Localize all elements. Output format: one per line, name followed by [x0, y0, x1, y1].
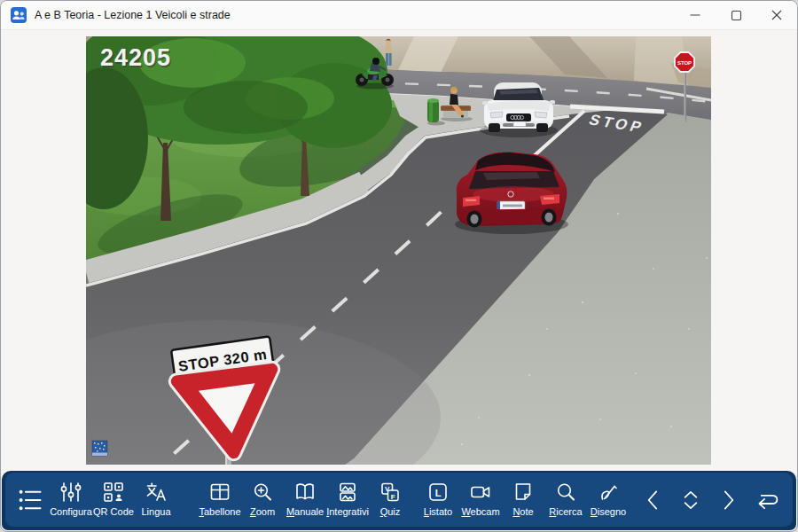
toolbar-item-zoom[interactable]: Zoom: [241, 473, 284, 527]
toolbar-prev-button[interactable]: [635, 473, 672, 527]
app-window: A e B Teoria - Lezione 1 Veicoli e strad…: [0, 0, 798, 532]
magnifier-icon: [554, 481, 577, 504]
table-grid-icon: [208, 481, 231, 504]
toolbar-menu-button[interactable]: [11, 473, 50, 527]
toolbar-up-down-button[interactable]: [672, 473, 709, 527]
maximize-icon: [731, 10, 742, 21]
toolbar-item-label: Lingua: [141, 506, 170, 517]
svg-text:L: L: [435, 488, 442, 498]
sliders-icon: [59, 481, 82, 504]
menu-list-icon: [17, 487, 43, 513]
toolbar-item-manuale[interactable]: Manuale: [284, 473, 326, 527]
toolbar-item-note[interactable]: Note: [502, 473, 544, 527]
toolbar-return-button[interactable]: [747, 473, 787, 527]
toolbar-spacer: [177, 473, 199, 527]
titlebar: A e B Teoria - Lezione 1 Veicoli e strad…: [1, 1, 797, 30]
image-number: 24205 24205: [100, 44, 173, 73]
toolbar-item-label: Webcam: [461, 506, 499, 517]
window-title: A e B Teoria - Lezione 1 Veicoli e strad…: [35, 9, 231, 21]
window-controls: [675, 1, 797, 29]
toolbar-item-label: Zoom: [250, 506, 275, 517]
people-icon: [11, 7, 27, 23]
image-number-text: 24205: [100, 44, 171, 71]
stacked-images-icon: [336, 481, 359, 504]
magnifier-plus-icon: [251, 481, 274, 504]
toolbar-item-integrativi[interactable]: Integrativi: [326, 473, 369, 527]
toolbar-next-button[interactable]: [709, 473, 747, 527]
toolbar-item-label: Manuale: [286, 506, 324, 517]
chevron-right-icon: [715, 487, 741, 513]
toolbar-item-listato[interactable]: L Listato: [417, 473, 459, 527]
toolbar-item-webcam[interactable]: Webcam: [459, 473, 502, 527]
toolbar-item-label: Ricerca: [549, 506, 582, 517]
close-button[interactable]: [756, 1, 797, 29]
toolbar-item-lingua[interactable]: Lingua: [135, 473, 177, 527]
note-icon: [512, 481, 535, 504]
l-badge-icon: L: [426, 481, 450, 504]
return-arrow-icon: [753, 486, 781, 514]
open-book-icon: [293, 481, 317, 504]
toolbar-item-disegno[interactable]: Disegno: [587, 473, 630, 527]
toolbar-item-label: Quiz: [380, 506, 401, 517]
vf-keys-icon: V F: [379, 481, 402, 504]
chevron-left-icon: [640, 487, 667, 513]
toolbar-item-label: Configura: [50, 506, 92, 517]
lesson-image: STOP: [86, 36, 711, 465]
toolbar-item-qr-code[interactable]: QR Code: [92, 473, 135, 527]
toolbar-item-label: QR Code: [93, 506, 134, 517]
toolbar: Configura QR Code Lingua: [5, 473, 793, 527]
toolbar-item-label: Note: [512, 506, 533, 517]
toolbar-item-label: Listato: [424, 506, 452, 517]
stop-sign-text: STOP: [677, 60, 692, 66]
toolbar-item-quiz[interactable]: V F Quiz: [369, 473, 411, 527]
pen-icon: [597, 481, 620, 504]
toolbar-item-label: Tabellone: [199, 506, 240, 517]
chevrons-up-down-icon: [677, 487, 704, 513]
watermark-logo: [92, 441, 107, 456]
qr-code-icon: [102, 481, 125, 504]
toolbar-item-tabellone[interactable]: Tabellone: [199, 473, 241, 527]
toolbar-item-label: Disegno: [591, 506, 626, 517]
svg-text:F: F: [391, 493, 395, 501]
toolbar-frame: Configura QR Code Lingua: [2, 471, 796, 530]
toolbar-item-ricerca[interactable]: Ricerca: [544, 473, 587, 527]
minimize-icon: [690, 10, 700, 20]
close-icon: [771, 10, 782, 20]
translate-icon: [145, 481, 168, 504]
webcam-icon: [469, 481, 492, 504]
minimize-button[interactable]: [675, 1, 716, 29]
maximize-button[interactable]: [716, 1, 756, 29]
toolbar-item-label: Integrativi: [326, 506, 369, 517]
toolbar-item-configura[interactable]: Configura: [50, 473, 92, 527]
